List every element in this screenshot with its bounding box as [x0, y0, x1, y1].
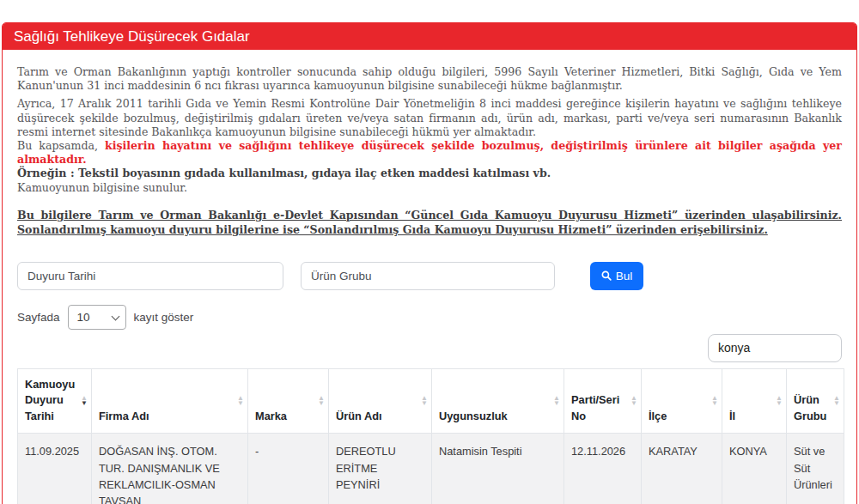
column-header-4[interactable]: Uygunsuzluk▲▼	[432, 368, 564, 434]
column-header-2[interactable]: Marka▲▼	[248, 368, 329, 434]
intro-paragraph-2: Ayrıca, 17 Aralık 2011 tarihli Gıda ve Y…	[17, 97, 842, 139]
table-cell: 11.09.2025	[18, 434, 92, 504]
column-header-0[interactable]: Kamuoyu Duyuru Tarihi▲▼	[18, 368, 92, 434]
sort-icon: ▲▼	[421, 396, 428, 406]
sort-icon: ▲▼	[318, 396, 325, 406]
column-header-1[interactable]: Firma Adı▲▼	[92, 368, 248, 434]
announcement-panel: Sağlığı Tehlikeye Düşürecek Gıdalar Tarı…	[2, 22, 857, 504]
filter-row: Bul	[17, 262, 842, 290]
sort-icon: ▲▼	[631, 396, 637, 406]
column-header-label: Marka	[255, 410, 287, 422]
column-header-7[interactable]: İl▲▼	[722, 368, 787, 434]
find-button-label: Bul	[616, 270, 633, 282]
intro-closing-line: Kamuoyunun bilgisine sunulur.	[17, 181, 842, 195]
column-header-3[interactable]: Ürün Adı▲▼	[329, 368, 432, 434]
page-size-row: Sayfada 10 kayıt göster	[17, 305, 842, 330]
column-header-label: Kamuoyu Duyuru Tarihi	[25, 378, 75, 422]
table-cell: 12.11.2026	[564, 434, 642, 504]
table-cell: -	[248, 434, 329, 504]
find-button[interactable]: Bul	[590, 262, 643, 290]
sort-icon: ▲▼	[237, 396, 244, 406]
column-header-8[interactable]: Ürün Grubu▲▼	[787, 368, 844, 434]
table-cell: DEREOTLU ERİTME PEYNİRİ	[329, 434, 432, 504]
table-body: 11.09.2025DOĞASAN İNŞ. OTOM. TUR. DANIŞM…	[18, 434, 844, 504]
page: Sağlığı Tehlikeye Düşürecek Gıdalar Tarı…	[0, 0, 859, 504]
table-cell: KONYA	[722, 434, 787, 504]
search-icon	[601, 270, 612, 281]
sort-icon: ▲▼	[553, 396, 560, 406]
table-row: 11.09.2025DOĞASAN İNŞ. OTOM. TUR. DANIŞM…	[18, 434, 844, 504]
product-group-input[interactable]	[301, 262, 555, 290]
column-header-5[interactable]: Parti/Seri No▲▼	[564, 368, 642, 434]
column-header-label: Ürün Adı	[336, 410, 382, 422]
page-size-suffix: kayıt göster	[134, 311, 194, 324]
page-title: Sağlığı Tehlikeye Düşürecek Gıdalar	[3, 23, 856, 50]
table-search-input[interactable]	[708, 334, 842, 362]
table-cell: DOĞASAN İNŞ. OTOM. TUR. DANIŞMANLIK VE R…	[92, 434, 248, 504]
intro-text: Tarım ve Orman Bakanlığının yaptığı kont…	[17, 65, 842, 195]
sort-icon: ▲▼	[776, 396, 783, 406]
intro-paragraph-3: Bu kapsamda, kişilerin hayatını ve sağlı…	[17, 139, 842, 167]
sort-icon: ▲▼	[833, 396, 840, 406]
column-header-label: Parti/Seri No	[571, 393, 619, 422]
table-cell: Natamisin Tespiti	[432, 434, 564, 504]
column-header-label: Firma Adı	[99, 410, 149, 422]
table-search-row	[17, 334, 842, 362]
column-header-label: İlçe	[649, 410, 667, 422]
page-size-select[interactable]: 10	[68, 305, 126, 330]
panel-body: Tarım ve Orman Bakanlığının yaptığı kont…	[3, 50, 856, 504]
table-cell: Süt ve Süt Ürünleri	[787, 434, 844, 504]
column-header-label: Ürün Grubu	[794, 393, 826, 422]
results-table: Kamuoyu Duyuru Tarihi▲▼Firma Adı▲▼Marka▲…	[17, 368, 844, 504]
intro-p3-prefix: Bu kapsamda,	[17, 139, 105, 152]
intro-paragraph-1: Tarım ve Orman Bakanlığının yaptığı kont…	[17, 65, 842, 93]
sort-icon: ▲▼	[711, 396, 718, 406]
announcement-date-input[interactable]	[17, 262, 283, 290]
page-size-prefix: Sayfada	[17, 311, 60, 324]
page-size-select-wrap: 10	[68, 305, 126, 330]
table-cell: KARATAY	[642, 434, 722, 504]
edevlet-info-paragraph: Bu bilgilere Tarım ve Orman Bakanlığı e-…	[17, 208, 842, 237]
intro-example-line: Örneğin : Tekstil boyasının gıdada kulla…	[17, 167, 842, 180]
column-header-6[interactable]: İlçe▲▼	[642, 368, 722, 434]
table-head-row: Kamuoyu Duyuru Tarihi▲▼Firma Adı▲▼Marka▲…	[18, 368, 844, 434]
sort-icon: ▲▼	[81, 396, 88, 406]
column-header-label: İl	[729, 410, 735, 422]
column-header-label: Uygunsuzluk	[439, 410, 508, 422]
intro-p3-highlight: kişilerin hayatını ve sağlığını tehlikey…	[17, 139, 842, 166]
